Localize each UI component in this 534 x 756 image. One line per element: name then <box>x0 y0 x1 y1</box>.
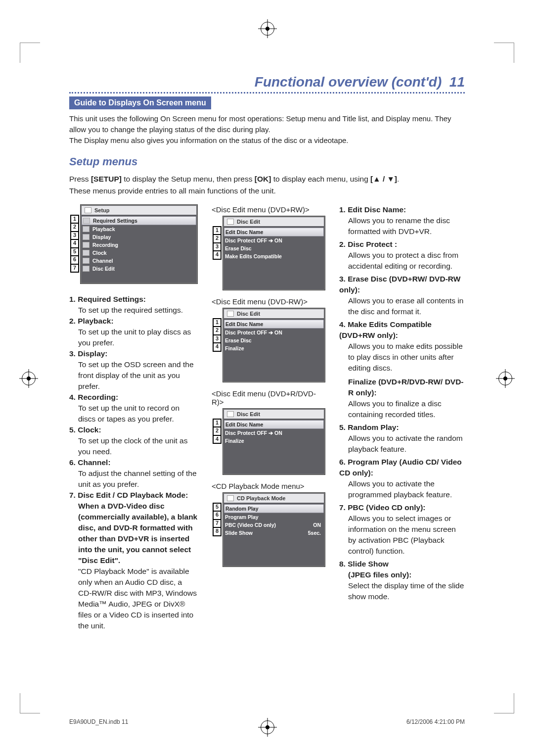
required-settings-icon <box>83 218 90 224</box>
channel-icon <box>83 258 89 264</box>
description-item: 8. Slide Show(JPEG files only):Select th… <box>339 559 465 602</box>
disc-icon <box>227 495 234 501</box>
disc-icon <box>227 411 234 417</box>
description-item: 7. PBC (Video CD only):Allows you to sel… <box>339 502 465 557</box>
menu-item: Recording <box>82 241 196 249</box>
description-item: 3. Erase Disc (DVD+RW/ DVD-RW only):Allo… <box>339 274 465 317</box>
footer-file: E9A90UD_EN.indb 11 <box>69 718 128 725</box>
menu-item: Make Edits Compatible <box>224 252 324 260</box>
crop-mark <box>494 693 514 713</box>
disc-edit-panel: Disc EditEdit Disc NameDisc Protect OFF … <box>222 408 325 475</box>
setup-menu-panel: Setup Required Settings Playback Display… <box>80 204 198 284</box>
menu-item: Channel <box>82 257 196 265</box>
menu-title: Disc Edit <box>237 311 260 317</box>
menu-item: Slide Show5sec. <box>224 529 324 537</box>
menu-item: Edit Disc Name <box>224 320 324 329</box>
instructions: Press [SETUP] to display the Setup menu,… <box>69 173 465 196</box>
disc-edit-panel: Disc EditEdit Disc NameDisc Protect OFF … <box>222 308 325 382</box>
left-column: 1234567 Setup Required Settings Playback… <box>69 204 198 631</box>
menu-item: Erase Disc <box>224 244 324 252</box>
menu-item: Edit Disc Name <box>224 228 324 236</box>
menu-title: Setup <box>94 207 110 213</box>
menu-title: Disc Edit <box>237 411 260 417</box>
intro-text: This unit uses the following On Screen m… <box>69 113 465 145</box>
setup-side-numbers: 1234567 <box>70 215 79 273</box>
menu-item: Edit Disc Name <box>224 420 324 429</box>
registration-mark-icon <box>498 372 512 385</box>
disc-edit-panel: Disc EditEdit Disc NameDisc Protect OFF … <box>222 216 325 290</box>
menu-item: Clock <box>82 249 196 257</box>
description-item: 4. Make Edits Compatible (DVD+RW only):A… <box>339 319 465 420</box>
disc-icon <box>227 219 234 225</box>
menu-item: Random Play <box>224 504 324 513</box>
page-content: Functional overview (cont'd) 11 Guide to… <box>69 74 465 687</box>
registration-mark-icon <box>261 720 274 734</box>
divider <box>69 92 465 94</box>
menu-item: Erase Disc <box>224 336 324 344</box>
side-numbers: 124 <box>213 419 222 444</box>
menu-item: Disc Protect OFF ➔ ON <box>224 329 324 336</box>
setup-descriptions: 1. Required Settings: To set up the requ… <box>69 294 198 631</box>
menu-title: CD Playback Mode <box>237 495 285 501</box>
setup-menus-heading: Setup menus <box>69 155 465 168</box>
menu-item: Finalize <box>224 344 324 352</box>
crop-mark <box>20 693 40 713</box>
menu-item: PBC (Video CD only)ON <box>224 521 324 529</box>
disc-edit-icon <box>83 266 89 272</box>
setup-icon <box>85 207 91 213</box>
section-banner: Guide to Displays On Screen menu <box>69 96 211 109</box>
description-item: 2. Disc Protect :Allows you to protect a… <box>339 239 465 272</box>
display-icon <box>83 234 89 240</box>
menu-item: Disc Protect OFF ➔ ON <box>224 429 324 437</box>
registration-mark-icon <box>22 372 36 385</box>
panel-caption: <CD Playback Mode menu> <box>212 482 325 490</box>
footer-date: 6/12/2006 4:21:00 PM <box>406 718 465 725</box>
description-item: 5. Random Play:Allows you to activate th… <box>339 422 465 455</box>
panel-caption: <Disc Edit menu (DVD+RW)> <box>212 205 325 214</box>
playback-icon <box>83 226 89 232</box>
description-item: 6. Program Play (Audio CD/ Video CD only… <box>339 457 465 500</box>
description-item: 1. Edit Disc Name:Allows you to rename t… <box>339 204 465 237</box>
side-numbers: 1234 <box>213 226 222 260</box>
menu-title: Disc Edit <box>237 219 260 225</box>
registration-mark-icon <box>261 22 274 36</box>
menu-item: Disc Protect OFF ➔ ON <box>224 236 324 244</box>
crop-mark <box>20 43 40 63</box>
menu-item: Finalize <box>224 437 324 445</box>
menu-item: Program Play <box>224 513 324 521</box>
menu-item: Disc Edit <box>82 265 196 273</box>
recording-icon <box>83 242 89 248</box>
page-number: 11 <box>449 74 465 90</box>
disc-icon <box>227 311 234 317</box>
disc-edit-panel: CD Playback ModeRandom PlayProgram PlayP… <box>222 492 325 567</box>
clock-icon <box>83 250 89 256</box>
right-descriptions: 1. Edit Disc Name:Allows you to rename t… <box>339 204 465 631</box>
crop-mark <box>494 43 514 63</box>
page-title: Functional overview (cont'd) <box>255 74 442 90</box>
menu-item: Display <box>82 233 196 241</box>
panel-caption: <Disc Edit menu (DVD-RW)> <box>212 297 325 306</box>
side-numbers: 5678 <box>213 503 222 536</box>
menu-item: Playback <box>82 225 196 233</box>
menu-item: Required Settings <box>82 216 196 225</box>
side-numbers: 1234 <box>213 318 222 352</box>
panel-caption: <Disc Edit menu (DVD+R/DVD-R)> <box>212 389 325 406</box>
center-column: <Disc Edit menu (DVD+RW)>1234Disc EditEd… <box>212 204 325 631</box>
